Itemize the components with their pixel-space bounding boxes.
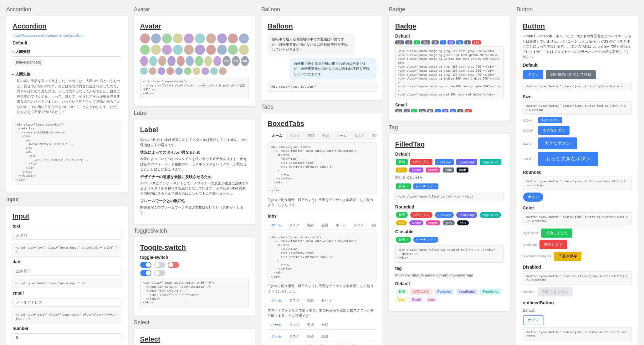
toggle-on-2[interactable] xyxy=(140,270,151,276)
btn-lg[interactable]: 大きなボタン xyxy=(538,137,577,149)
closable-rounded-2[interactable]: ピーチング × xyxy=(413,237,439,243)
input-text-field[interactable] xyxy=(13,231,121,240)
toggle-off-1[interactable] xyxy=(154,262,165,268)
avatar-17 xyxy=(206,45,216,55)
disabled-label-text: disabled xyxy=(523,290,535,294)
input-card: Input text <input type="text" class="jum… xyxy=(6,206,128,345)
button-default-label: Default xyxy=(523,63,631,68)
accordion-summary-2[interactable]: 人間失格 xyxy=(13,72,121,77)
tag-new: 新着 xyxy=(396,159,408,165)
tab2-member[interactable]: 会員 xyxy=(318,321,332,330)
size-sm-row: text-sm 小さなボタン xyxy=(523,125,631,136)
btn-xs[interactable]: 小さいボタン xyxy=(538,117,562,123)
toggle-off-3[interactable] xyxy=(154,270,165,276)
boxed-tab-result2[interactable]: 実績 xyxy=(368,131,376,140)
tab2-home[interactable]: ホーム xyxy=(268,321,285,330)
close-icon-4[interactable]: × xyxy=(434,238,436,241)
badge-1: 1 xyxy=(464,40,471,44)
tab2-task[interactable]: タスク xyxy=(285,321,303,330)
label-reason1-title: 状況によってスタイルが異なるため xyxy=(140,150,249,155)
avatar-9 xyxy=(228,33,238,44)
closable-tag-2[interactable]: ピーチング × xyxy=(413,183,439,189)
outline-tag-vue: Vue xyxy=(396,297,407,302)
avatar-27 xyxy=(195,56,203,66)
tabs-note-1: Figmaで使う場合、以下のように不要なアイテムは非表示にして使うようにしましょ… xyxy=(268,197,376,208)
badge-sm-99plus: 99+ xyxy=(465,109,472,112)
closable-tag-1[interactable]: 新着 × xyxy=(396,183,411,189)
tab3-result[interactable]: 実績 xyxy=(303,332,318,341)
accordion-card-title: Accordion xyxy=(13,22,121,30)
avatar-14 xyxy=(173,45,183,55)
btn-xl[interactable]: もっと大きなボタン xyxy=(538,152,598,166)
btn-secondary-main[interactable]: 利用規約に同意して登録 xyxy=(546,70,596,79)
accordion-item-2[interactable]: 人間失格 恥の多い生活を送って来ました。自分には、人間の生活というものが、見当つ… xyxy=(13,70,121,118)
size-xs-row: text-xs 小さいボタン xyxy=(523,116,631,124)
boxed-tab-task[interactable]: タスク xyxy=(286,131,304,140)
filled-tag-code: <div class="jumpu-filled-tag">デフォルト</div… xyxy=(395,192,504,202)
scroll-tab-result[interactable]: 実績 xyxy=(303,296,318,305)
input-section-title: Input xyxy=(6,196,128,203)
boxed-tab-task2[interactable]: タスク xyxy=(350,131,368,140)
tab-task2[interactable]: タスク xyxy=(350,221,368,230)
tab-member[interactable]: 会員 xyxy=(318,221,332,230)
tag-js: JavaScript xyxy=(456,159,477,165)
boxed-tab-member[interactable]: 会員 xyxy=(318,131,333,140)
accordion-knowhow-link[interactable]: https://fuquiore.com/ui/components/Accor… xyxy=(13,33,121,37)
rounded-tag-new: 新着 xyxy=(396,212,408,218)
boxed-tab-home2[interactable]: ホーム xyxy=(333,131,350,140)
btn-rounded[interactable]: ボタン xyxy=(523,193,543,202)
close-icon-2[interactable]: × xyxy=(434,185,436,188)
select-section-title: Select xyxy=(134,319,255,326)
tab2-result[interactable]: 実績 xyxy=(303,321,318,330)
tab-result[interactable]: 実績 xyxy=(303,221,318,230)
boxed-tab-home[interactable]: ホーム xyxy=(268,131,286,140)
tab3-task[interactable]: タスク xyxy=(285,332,303,341)
input-email-field[interactable] xyxy=(13,298,121,307)
tab3-home[interactable]: ホーム xyxy=(268,332,285,341)
toggle-off-2[interactable] xyxy=(168,262,179,268)
avatar-23 xyxy=(158,56,166,66)
btn-outlined[interactable]: ボタン xyxy=(523,315,544,325)
tab3-member[interactable]: 会員 xyxy=(318,332,332,341)
input-section-title-wrapper: Input xyxy=(6,196,128,203)
toggle-sub-title: toggle-switch xyxy=(140,255,249,260)
button-column: Button Button Jumpu UI のコンポーネントでは、大きさや背景… xyxy=(513,6,641,345)
tabs-boxed-title: BoxedTabs xyxy=(268,120,376,128)
rounded-tag-react: React xyxy=(409,220,423,225)
accordion-section-title: Accordion xyxy=(6,6,128,13)
badge-18: 18 xyxy=(432,40,439,44)
accordion-default-label: Default xyxy=(13,40,121,45)
outline-tag-featured: Featured xyxy=(435,289,454,295)
scroll-tab-home[interactable]: ホーム xyxy=(268,296,285,305)
avatar-8 xyxy=(217,33,227,44)
outlined-default-label: Default xyxy=(523,308,631,313)
input-email-code: <input type="email" class="jumpu-input" … xyxy=(13,310,121,323)
btn-sm[interactable]: 小さなボタン xyxy=(538,126,570,135)
btn-warning[interactable]: 下書き保存 xyxy=(554,252,581,261)
btn-danger[interactable]: 削除します xyxy=(539,240,567,249)
tab-task[interactable]: タスク xyxy=(285,221,303,230)
tab-result2[interactable]: 実績 xyxy=(368,221,376,230)
boxed-tab-result[interactable]: 実績 xyxy=(304,131,318,140)
avatar-13 xyxy=(162,45,172,55)
btn-primary-main[interactable]: ボタン xyxy=(523,70,543,79)
tab-home2[interactable]: ホーム xyxy=(332,221,350,230)
accordion-item-1[interactable]: 人間失格 xyxy=(13,47,121,57)
scroll-tab-task[interactable]: タスク xyxy=(285,296,303,305)
scroll-tab-new[interactable]: 新いう xyxy=(318,296,335,305)
input-number-field[interactable] xyxy=(13,333,121,342)
label-card: Label Jumpu UI では label 要素に対してスタイルは提供してい… xyxy=(134,120,255,224)
closable-rounded-1[interactable]: 新着 × xyxy=(396,237,411,243)
close-icon-3[interactable]: × xyxy=(406,238,408,241)
tag-card: FilledTag Default 新着 お気に入り Featured Java… xyxy=(389,134,510,311)
button-card: Button Jumpu UI のコンポーネントでは、大きさや背景色などのバリエ… xyxy=(516,16,638,345)
accordion-summary-1[interactable]: 人間失格 xyxy=(13,49,121,54)
input-date-code: <input type="date" class="jumpu-input" /… xyxy=(13,279,121,288)
close-icon-1[interactable]: × xyxy=(406,185,408,188)
badge-sm-1k: 1k xyxy=(404,109,410,112)
tab-home[interactable]: ホーム xyxy=(268,221,285,230)
input-date-field[interactable] xyxy=(13,267,121,275)
bg-danger-label: bg-danger xyxy=(523,243,537,246)
toggle-on-1[interactable] xyxy=(140,262,151,268)
btn-success[interactable]: 成功しました xyxy=(541,229,572,238)
